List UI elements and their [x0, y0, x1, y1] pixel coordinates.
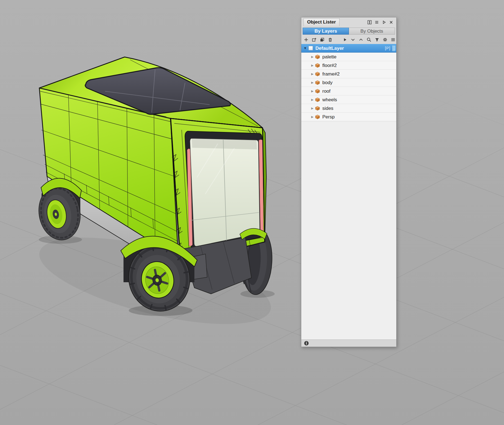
layer-cube-icon: [315, 72, 320, 76]
panel-footer: [301, 340, 396, 347]
viewport-3d[interactable]: [0, 0, 504, 425]
layer-row-defaultlayer[interactable]: ▼ DefaultLayer [P]: [301, 44, 396, 53]
search-icon[interactable]: [366, 37, 372, 42]
expand-arrow-icon[interactable]: ▶: [310, 115, 315, 119]
duplicate-icon[interactable]: [320, 37, 325, 42]
layer-cube-icon: [315, 63, 320, 68]
list-empty-area[interactable]: [301, 121, 396, 340]
layer-name: roof: [322, 89, 330, 94]
layer-row-wheels[interactable]: ▶ wheels: [301, 95, 396, 104]
layer-row-roof[interactable]: ▶ roof: [301, 87, 396, 95]
layer-cube-icon: [315, 106, 320, 111]
layer-name: wheels: [322, 97, 337, 102]
lister-toolbar: [301, 35, 396, 44]
lister-tabs: By Layers By Objects: [301, 27, 396, 35]
layer-name: palette: [322, 55, 336, 59]
expand-arrow-icon[interactable]: ▶: [310, 89, 315, 93]
layer-row-persp[interactable]: ▶ Persp: [301, 113, 396, 121]
panel-titlebar[interactable]: Object Lister: [301, 17, 396, 27]
settings-gear-icon[interactable]: [382, 37, 388, 42]
layer-row-frame2[interactable]: ▶ frame#2: [301, 70, 396, 78]
expand-arrow-icon[interactable]: ▶: [310, 55, 315, 59]
panel-play-icon[interactable]: [382, 20, 386, 25]
expand-arrow-icon[interactable]: ▶: [310, 72, 315, 76]
play-icon[interactable]: [342, 37, 348, 42]
layer-cube-icon: [315, 55, 320, 59]
tab-by-layers[interactable]: By Layers: [303, 28, 349, 35]
filter-icon[interactable]: [374, 37, 380, 42]
drag-grip-icon[interactable]: [392, 45, 395, 51]
layer-name: floor#2: [322, 63, 337, 68]
layer-row-sides[interactable]: ▶ sides: [301, 104, 396, 113]
layer-cube-icon: [315, 115, 320, 119]
layer-cube-icon: [315, 97, 320, 102]
delete-icon[interactable]: [328, 37, 333, 42]
layer-name: frame#2: [322, 72, 340, 76]
layer-name: body: [322, 80, 333, 85]
collapse-all-icon[interactable]: [350, 37, 356, 42]
expand-arrow-icon[interactable]: ▶: [310, 98, 315, 102]
tab-by-objects[interactable]: By Objects: [349, 28, 395, 35]
application-window: Object Lister By Layers By Objects: [0, 0, 504, 425]
add-icon[interactable]: [304, 37, 309, 42]
info-icon[interactable]: [304, 341, 309, 346]
new-layer-icon[interactable]: [312, 37, 317, 42]
expand-all-icon[interactable]: [358, 37, 364, 42]
close-icon[interactable]: [389, 20, 394, 25]
pick-state-badge[interactable]: [P]: [385, 46, 390, 50]
expand-arrow-icon[interactable]: ▶: [310, 64, 315, 67]
layer-row-floor2[interactable]: ▶ floor#2: [301, 61, 396, 70]
object-lister-panel: Object Lister By Layers By Objects: [301, 17, 397, 347]
collapse-arrow-icon[interactable]: ▼: [303, 46, 307, 50]
panel-title: Object Lister: [304, 18, 340, 26]
layer-tree: ▼ DefaultLayer [P] ▶ palette ▶ floor#2 ▶: [301, 44, 396, 121]
layer-row-palette[interactable]: ▶ palette: [301, 53, 396, 61]
selected-layer-name: DefaultLayer: [315, 46, 344, 51]
layer-row-body[interactable]: ▶ body: [301, 78, 396, 87]
layer-cube-icon: [315, 89, 320, 94]
layer-name: sides: [322, 106, 333, 111]
list-menu-icon[interactable]: [390, 37, 396, 42]
layer-visibility-checkbox[interactable]: [308, 46, 313, 50]
dock-resize-icon[interactable]: [367, 20, 372, 25]
layer-name: Persp: [322, 115, 335, 119]
expand-arrow-icon[interactable]: ▶: [310, 107, 315, 110]
expand-arrow-icon[interactable]: ▶: [310, 81, 315, 84]
layer-cube-icon: [315, 80, 320, 85]
panel-menu-icon[interactable]: [374, 20, 379, 25]
